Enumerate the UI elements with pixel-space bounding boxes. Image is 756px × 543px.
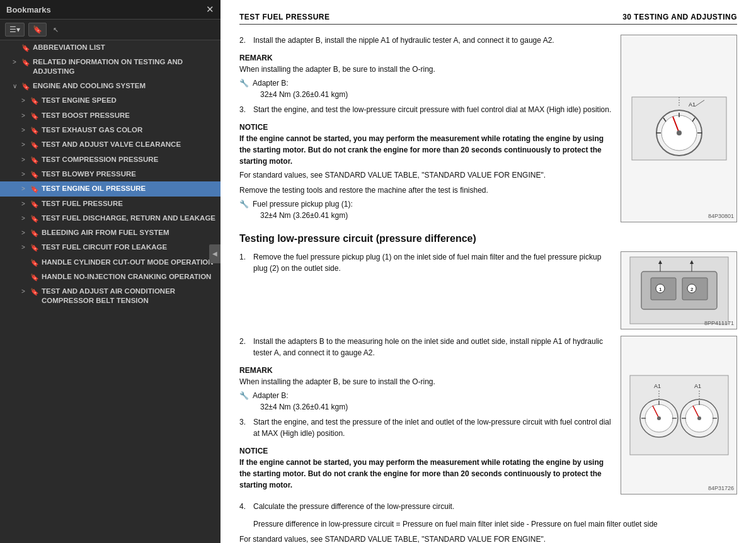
gauge-image3: A1 A1 — [629, 374, 730, 456]
adapter-b2-item: 🔧 Adapter B: 32±4 Nm (3.26±0.41 kgm) — [239, 390, 613, 413]
bookmark-item-test-fuel-discharge[interactable]: >🔖TEST FUEL DISCHARGE, RETURN AND LEAKAG… — [0, 211, 220, 226]
expand-icon: > — [21, 96, 30, 105]
notice1-label: NOTICE — [239, 122, 613, 133]
remark1-label: REMARK — [239, 52, 613, 64]
bookmark-label: TEST FUEL DISCHARGE, RETURN AND LEAKAGE — [42, 214, 215, 223]
bookmark-icon: 🔖 — [30, 273, 39, 282]
content-body: 2. Install the adapter B, install the ni… — [239, 35, 737, 543]
bookmark-label: TEST AND ADJUST VALVE CLEARANCE — [42, 140, 181, 149]
step3-text: Start the engine, and test the low-press… — [253, 104, 611, 115]
svg-point-30 — [657, 416, 661, 420]
bookmark-icon: 🔖 — [30, 170, 39, 179]
s4-item: 4. Calculate the pressure difference of … — [239, 501, 737, 512]
expand-icon: ∨ — [13, 82, 21, 90]
svg-text:A1: A1 — [689, 101, 696, 108]
bookmark-item-test-boost[interactable]: >🔖TEST BOOST PRESSURE — [0, 108, 220, 123]
bookmark-item-related-info[interactable]: >🔖RELATED INFORMATION ON TESTING AND ADJ… — [0, 55, 220, 79]
expand-icon: > — [21, 243, 30, 251]
image2-box: 1 2 8PP411171 — [621, 251, 737, 329]
bookmark-label: HANDLE NO-INJECTION CRANKING OPERATION — [42, 272, 211, 282]
bookmark-item-handle-no-injection[interactable]: 🔖HANDLE NO-INJECTION CRANKING OPERATION — [0, 270, 220, 284]
expand-icon: > — [21, 185, 30, 193]
bookmark-item-test-adjust-ac[interactable]: >🔖TEST AND ADJUST AIR CONDITIONER COMPRE… — [0, 284, 220, 308]
bookmark-item-test-oil-pressure[interactable]: >🔖TEST ENGINE OIL PRESSURE — [0, 181, 220, 196]
bookmark-icon: 🔖 — [30, 229, 39, 237]
section-block2: 2. Install the adapters B to the measuri… — [239, 336, 737, 494]
toolbar-bookmark-button[interactable]: 🔖 — [28, 23, 47, 37]
bookmark-item-test-fuel-pressure[interactable]: >🔖TEST FUEL PRESSURE — [0, 197, 220, 211]
expand-icon: > — [21, 140, 30, 149]
notice2-text: If the engine cannot be started, you may… — [239, 457, 613, 491]
bookmark-icon: 🔖 — [30, 258, 39, 267]
remark2-text: When installing the adapter B, be sure t… — [239, 376, 613, 387]
bookmark-label: TEST ENGINE SPEED — [42, 96, 117, 105]
svg-text:A1: A1 — [654, 383, 661, 389]
section-text-col2: 2. Install the adapters B to the measuri… — [239, 336, 613, 494]
sidebar-header: Bookmarks ✕ — [0, 0, 220, 20]
step2-block: 2. Install the adapter B, install the ni… — [239, 35, 737, 222]
svg-text:A1: A1 — [694, 383, 701, 389]
bookmark-icon: 🔖 — [21, 82, 30, 91]
s1-num: 1. — [239, 251, 249, 274]
bookmark-icon: 🔖 — [21, 58, 30, 67]
svg-point-9 — [677, 130, 682, 135]
bookmark-item-abbreviation[interactable]: 🔖ABBREVIATION LIST — [0, 40, 220, 55]
pressure-diff-text: Pressure difference in low-pressure circ… — [253, 518, 737, 530]
sidebar-close-button[interactable]: ✕ — [206, 4, 214, 15]
bookmark-item-handle-cylinder[interactable]: 🔖HANDLE CYLINDER CUT-OUT MODE OPERATION — [0, 255, 220, 270]
bookmark-item-test-valve[interactable]: >🔖TEST AND ADJUST VALVE CLEARANCE — [0, 137, 220, 152]
standard-values2-text: For standard values, see STANDARD VALUE … — [239, 534, 737, 543]
bookmark-item-test-exhaust[interactable]: >🔖TEST EXHAUST GAS COLOR — [0, 123, 220, 137]
engine-image2: 1 2 — [629, 256, 730, 325]
toolbar-layout-button[interactable]: ☰▾ — [5, 23, 25, 37]
bookmark-item-test-engine-speed[interactable]: >🔖TEST ENGINE SPEED — [0, 93, 220, 108]
wrench2-icon: 🔧 — [239, 198, 249, 210]
bookmark-label: RELATED INFORMATION ON TESTING AND ADJUS… — [33, 57, 218, 76]
remark1-text: When installing the adapter B, be sure t… — [239, 64, 613, 75]
bookmark-item-test-blowby[interactable]: >🔖TEST BLOWBY PRESSURE — [0, 167, 220, 181]
bookmark-label: ABBREVIATION LIST — [33, 43, 105, 52]
page-header-section: 30 TESTING AND ADJUSTING — [622, 13, 737, 21]
notice1-text: If the engine cannot be started, you may… — [239, 133, 613, 167]
bookmark-icon: 🔖 — [30, 140, 39, 149]
bookmark-icon: 🔖 — [30, 126, 39, 135]
s3-num: 3. — [239, 416, 249, 439]
main-content[interactable]: TEST FUEL PRESSURE 30 TESTING AND ADJUST… — [220, 0, 756, 543]
bookmark-icon: 🔖 — [30, 111, 39, 120]
bookmark-label: TEST AND ADJUST AIR CONDITIONER COMPRESS… — [42, 287, 218, 306]
bookmark-icon: 🔖 — [30, 185, 39, 193]
scroll-handle[interactable]: ◀ — [209, 244, 220, 263]
image2-label: 8PP411171 — [704, 319, 734, 328]
expand-icon: > — [21, 126, 30, 134]
bookmark-icon: 🔖 — [30, 214, 39, 223]
s3-text: Start the engine, and test the pressure … — [253, 416, 613, 439]
expand-icon: > — [21, 287, 30, 295]
wrench3-icon: 🔧 — [239, 390, 249, 401]
bookmark-icon: 🔖 — [21, 43, 30, 52]
step3-item: 3. Start the engine, and test the low-pr… — [239, 104, 613, 115]
bookmark-label: TEST FUEL CIRCUIT FOR LEAKAGE — [42, 243, 167, 252]
s1-item: 1. Remove the fuel pressure pickup plug … — [239, 251, 613, 274]
page-header-title: TEST FUEL PRESSURE — [239, 13, 329, 21]
sidebar-toolbar: ☰▾ 🔖 ↖ — [0, 20, 220, 40]
svg-point-39 — [697, 416, 701, 420]
expand-icon: > — [21, 200, 30, 208]
bookmark-item-test-fuel-circuit[interactable]: >🔖TEST FUEL CIRCUIT FOR LEAKAGE — [0, 240, 220, 254]
adapter-b-value: 32±4 Nm (3.26±0.41 kgm) — [260, 90, 348, 99]
restore-text: Remove the testing tools and restore the… — [239, 185, 613, 196]
bookmark-label: ENGINE AND COOLING SYSTEM — [33, 81, 146, 91]
bookmark-label: TEST COMPRESSION PRESSURE — [42, 155, 158, 164]
s4-text: Calculate the pressure difference of the… — [253, 501, 454, 512]
s4-num: 4. — [239, 501, 249, 512]
expand-icon: > — [21, 170, 30, 178]
bookmark-label: TEST BOOST PRESSURE — [42, 111, 130, 120]
bookmark-icon: 🔖 — [30, 96, 39, 105]
fuel-pressure-pickup-item: 🔧 Fuel pressure pickup plug (1): 32±4 Nm… — [239, 198, 613, 221]
bookmark-item-bleeding-air[interactable]: >🔖BLEEDING AIR FROM FUEL SYSTEM — [0, 226, 220, 240]
bookmark-label: TEST FUEL PRESSURE — [42, 199, 123, 209]
bookmark-label: TEST ENGINE OIL PRESSURE — [42, 184, 146, 193]
bookmark-label: TEST EXHAUST GAS COLOR — [42, 125, 142, 135]
bookmark-item-engine-cooling[interactable]: ∨🔖ENGINE AND COOLING SYSTEM — [0, 79, 220, 93]
sidebar-title: Bookmarks — [6, 5, 51, 14]
bookmark-item-test-compression[interactable]: >🔖TEST COMPRESSION PRESSURE — [0, 152, 220, 167]
